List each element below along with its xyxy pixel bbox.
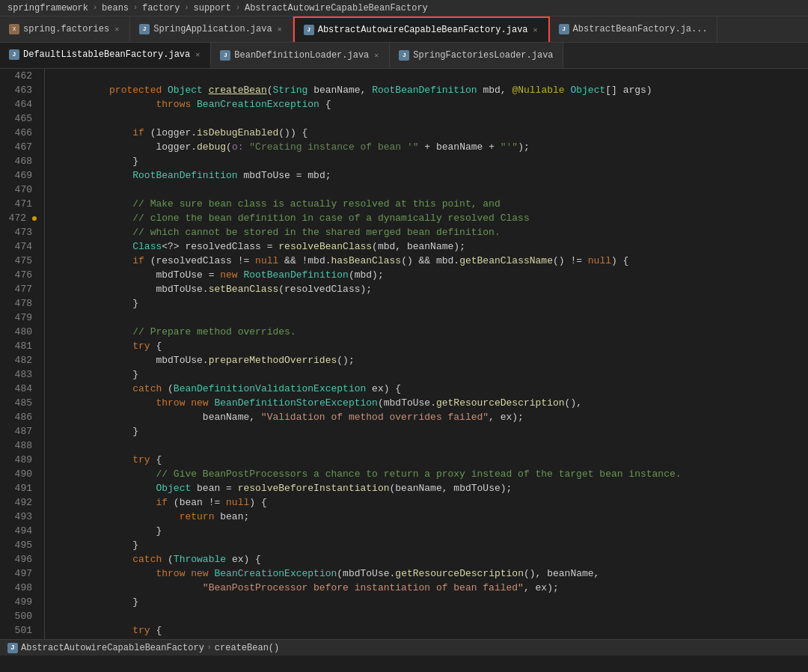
code-line-481: mbdToUse.prepareMethodOverrides(); — [51, 339, 808, 353]
gutter-line-501: 501 — [0, 623, 38, 638]
code-line-478 — [51, 296, 808, 311]
gutter-line-500: 500 — [0, 609, 38, 623]
code-line-468: RootBeanDefinition mbdToUse = mbd; — [51, 154, 808, 168]
tab-row-2: J DefaultListableBeanFactory.java ✕ J Be… — [0, 43, 808, 69]
code-line-488: try { — [51, 439, 808, 453]
gutter-line-479: 479 — [0, 311, 38, 325]
code-line-470: // Make sure bean class is actually reso… — [51, 183, 808, 197]
tab-spring-factories-loader[interactable]: J SpringFactoriesLoader.java — [390, 43, 563, 68]
breadcrumb-label: beans — [102, 3, 129, 13]
java-icon: J — [399, 50, 409, 61]
breadcrumb-bar: springframework › beans › factory › supp… — [0, 0, 808, 16]
gutter-line-475: 475 — [0, 254, 38, 268]
code-line-489: // Give BeanPostProcessors a chance to r… — [51, 453, 808, 467]
gutter-line-486: 486 — [0, 410, 38, 424]
gutter-line-485: 485 — [0, 396, 38, 410]
breadcrumb-sep: › — [185, 4, 189, 12]
code-line-487 — [51, 424, 808, 439]
tab-label: BeanDefinitionLoader.java — [234, 50, 369, 61]
tab-close-button[interactable]: ✕ — [276, 25, 284, 34]
gutter-line-462: 462 — [0, 69, 38, 83]
bottom-breadcrumb-class: AbstractAutowireCapableBeanFactory — [21, 643, 204, 653]
gutter-line-489: 489 — [0, 453, 38, 467]
gutter-line-464: 464 — [0, 97, 38, 112]
gutter-line-473: 473 — [0, 225, 38, 239]
gutter-line-467: 467 — [0, 140, 38, 154]
tab-row-1: X spring.factories ✕ J SpringApplication… — [0, 16, 808, 43]
breadcrumb-sep: › — [207, 644, 212, 652]
code-line-495: catch (Throwable ex) { — [51, 538, 808, 552]
gutter-line-468: 468 — [0, 154, 38, 168]
gutter-line-466: 466 — [0, 126, 38, 140]
breadcrumb-sep: › — [236, 4, 240, 12]
code-line-465: if (logger.isDebugEnabled()) { — [51, 112, 808, 126]
gutter-line-469: 469 — [0, 168, 38, 183]
tab-close-button[interactable]: ✕ — [532, 25, 539, 34]
tab-spring-application[interactable]: J SpringApplication.java ✕ — [130, 16, 293, 42]
gutter-line-480: 480 — [0, 325, 38, 339]
breadcrumb-label: springframework — [7, 3, 88, 13]
tab-abstract-bean-factory[interactable]: J AbstractBeanFactory.ja... — [550, 16, 717, 42]
code-line-479: // Prepare method overrides. — [51, 311, 808, 325]
gutter-line-478: 478 — [0, 296, 38, 311]
gutter-line-465: 465 — [0, 112, 38, 126]
code-line-499 — [51, 595, 808, 609]
gutter-line-492: 492 — [0, 495, 38, 510]
breadcrumb-sep: › — [133, 4, 138, 12]
gutter-line-488: 488 — [0, 439, 38, 453]
gutter-line-470: 470 — [0, 183, 38, 197]
tab-bean-definition-loader[interactable]: J BeanDefinitionLoader.java ✕ — [211, 43, 390, 68]
code-line-462: protected Object createBean(String beanN… — [51, 69, 808, 83]
gutter-line-494: 494 — [0, 524, 38, 538]
gutter-line-496: 496 — [0, 552, 38, 566]
tab-label: spring.factories — [23, 24, 109, 34]
code-line-494: } — [51, 524, 808, 538]
java-icon: J — [9, 49, 19, 60]
gutter-line-484: 484 — [0, 382, 38, 396]
tab-label: SpringFactoriesLoader.java — [413, 50, 553, 61]
code-content[interactable]: protected Object createBean(String beanN… — [45, 69, 808, 656]
breadcrumb-item-class[interactable]: AbstractAutowireCapableBeanFactory — [243, 3, 429, 13]
gutter-line-491: 491 — [0, 481, 38, 495]
gutter-line-463: 463 — [0, 83, 38, 97]
java-icon: J — [559, 24, 569, 34]
tab-close-button[interactable]: ✕ — [113, 25, 120, 34]
gutter-line-490: 490 — [0, 467, 38, 481]
code-line-483: catch (BeanDefinitionValidationException… — [51, 367, 808, 382]
breadcrumb-label: factory — [142, 3, 180, 13]
gutter-line-493: 493 — [0, 510, 38, 524]
editor-area: 462 463 464 465 466 467 468 469 470 471 … — [0, 69, 808, 656]
java-icon: J — [220, 50, 230, 61]
gutter-line-497: 497 — [0, 566, 38, 581]
breadcrumb-sep: › — [93, 4, 97, 12]
tab-abstract-autowire[interactable]: J AbstractAutowireCapableBeanFactory.jav… — [293, 16, 550, 42]
tab-label: SpringApplication.java — [153, 24, 272, 34]
breadcrumb-item-springframework[interactable]: springframework — [6, 3, 90, 13]
tab-spring-factories[interactable]: X spring.factories ✕ — [0, 16, 130, 42]
bottom-breadcrumb: J AbstractAutowireCapableBeanFactory › c… — [0, 639, 808, 656]
tab-label: AbstractBeanFactory.ja... — [573, 24, 708, 34]
gutter-line-495: 495 — [0, 538, 38, 552]
gutter-line-498: 498 — [0, 581, 38, 595]
bottom-breadcrumb-method: createBean() — [215, 643, 279, 653]
gutter-line-477: 477 — [0, 282, 38, 296]
tab-label: DefaultListableBeanFactory.java — [23, 49, 190, 60]
gutter-line-482: 482 — [0, 353, 38, 367]
tab-close-button[interactable]: ✕ — [194, 50, 201, 59]
breadcrumb-item-beans[interactable]: beans — [100, 3, 130, 13]
tab-default-listable[interactable]: J DefaultListableBeanFactory.java ✕ — [0, 43, 211, 68]
breadcrumb-label: support — [194, 3, 231, 13]
gutter-line-481: 481 — [0, 339, 38, 353]
breadcrumb-label: AbstractAutowireCapableBeanFactory — [245, 3, 428, 13]
java-file-icon: J — [7, 643, 18, 653]
gutter-line-499: 499 — [0, 595, 38, 609]
breadcrumb-item-support[interactable]: support — [192, 3, 233, 13]
gutter-line-474: 474 — [0, 239, 38, 254]
gutter-line-476: 476 — [0, 268, 38, 282]
tab-close-button[interactable]: ✕ — [373, 51, 380, 60]
gutter-line-472: 472 — [0, 211, 38, 225]
breadcrumb-item-factory[interactable]: factory — [141, 3, 181, 13]
line-number-gutter: 462 463 464 465 466 467 468 469 470 471 … — [0, 69, 45, 656]
gutter-line-487: 487 — [0, 424, 38, 439]
xml-icon: X — [9, 24, 19, 34]
